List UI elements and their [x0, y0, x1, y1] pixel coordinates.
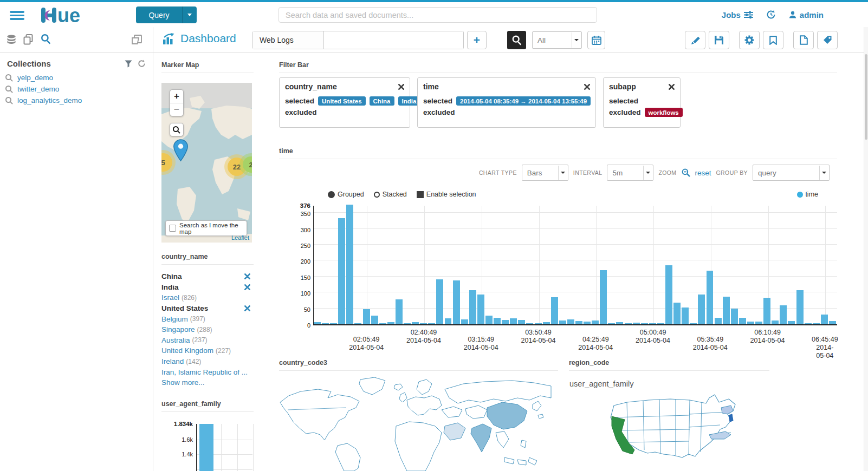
- enable-selection-checkbox[interactable]: Enable selection: [417, 191, 476, 198]
- country-code3-world-map[interactable]: [279, 376, 553, 471]
- save-dashboard-button[interactable]: [709, 31, 729, 49]
- facet-value-link[interactable]: United Kingdom: [161, 346, 213, 355]
- time-chart-plot[interactable]: [313, 206, 837, 325]
- filter-chip[interactable]: 2014-05-04 08:35:49 → 2014-05-04 13:55:4…: [456, 96, 591, 106]
- documents-icon[interactable]: [23, 34, 34, 45]
- leaflet-attribution-link[interactable]: Leaflet: [231, 234, 249, 241]
- chart-bar[interactable]: [649, 323, 656, 324]
- chart-bar[interactable]: [641, 323, 648, 324]
- chart-bar[interactable]: [314, 322, 321, 324]
- chart-bar[interactable]: [796, 290, 804, 324]
- chart-bar[interactable]: [330, 323, 337, 324]
- stacked-radio[interactable]: Stacked: [374, 191, 407, 198]
- chart-bar[interactable]: [715, 318, 722, 324]
- chart-bar[interactable]: [788, 321, 795, 324]
- chart-bar[interactable]: [575, 321, 582, 324]
- close-icon[interactable]: [584, 84, 590, 90]
- new-document-button[interactable]: [793, 31, 814, 49]
- chart-bar[interactable]: [453, 280, 460, 324]
- remove-filter-icon[interactable]: [244, 273, 250, 279]
- chart-bar[interactable]: [436, 279, 443, 324]
- chart-bar[interactable]: [371, 316, 378, 324]
- facet-value-link[interactable]: Singapore: [161, 325, 195, 333]
- mini-chart-bar[interactable]: [199, 424, 213, 471]
- chart-bar[interactable]: [805, 323, 812, 324]
- chart-bar[interactable]: [461, 319, 468, 324]
- global-search-input[interactable]: [278, 7, 597, 23]
- map-marker-pin[interactable]: [173, 139, 188, 162]
- open-folder-icon[interactable]: [131, 34, 143, 45]
- remove-filter-icon[interactable]: [244, 284, 250, 290]
- group-by-select[interactable]: query: [753, 165, 830, 181]
- chart-type-select[interactable]: Bars: [522, 165, 568, 181]
- hamburger-menu-icon[interactable]: [10, 11, 24, 20]
- chart-bar[interactable]: [698, 295, 705, 324]
- facet-value-link[interactable]: Israel: [161, 293, 179, 302]
- chart-bar[interactable]: [772, 320, 779, 324]
- settings-button[interactable]: [739, 31, 760, 49]
- zoom-out-magnifier-icon[interactable]: [682, 168, 690, 177]
- facet-value-link[interactable]: Show more...: [161, 378, 205, 387]
- map-zoom-out-button[interactable]: −: [170, 103, 183, 116]
- chart-bar[interactable]: [322, 323, 329, 324]
- marker-map[interactable]: + − 5222 Search as I move the map Leafle…: [161, 83, 252, 243]
- chart-bar[interactable]: [346, 205, 353, 324]
- chart-bar[interactable]: [428, 323, 435, 324]
- collection-item[interactable]: log_analytics_demo: [0, 95, 153, 106]
- jobs-link[interactable]: Jobs: [722, 10, 753, 19]
- facet-value-link[interactable]: Belgium: [161, 315, 188, 323]
- chart-bar[interactable]: [731, 309, 738, 324]
- chart-bar[interactable]: [535, 323, 542, 324]
- map-box-zoom-button[interactable]: [170, 123, 184, 136]
- chart-bar[interactable]: [379, 323, 386, 324]
- chart-bar[interactable]: [723, 297, 730, 324]
- chart-bar[interactable]: [363, 309, 370, 324]
- chart-bar[interactable]: [502, 320, 509, 324]
- chart-bar[interactable]: [633, 323, 640, 324]
- filter-chip[interactable]: workflows: [645, 108, 683, 117]
- chart-bar[interactable]: [600, 270, 607, 324]
- chart-bar[interactable]: [559, 320, 566, 324]
- query-dropdown-caret[interactable]: [182, 6, 197, 23]
- chart-bar[interactable]: [665, 265, 672, 324]
- chart-bar[interactable]: [608, 323, 615, 324]
- facet-value-link[interactable]: Iran, Islamic Republic of ...: [161, 368, 248, 376]
- interval-select[interactable]: 5m: [607, 165, 653, 181]
- chart-bar[interactable]: [763, 298, 770, 324]
- chart-bar[interactable]: [747, 322, 754, 324]
- query-button-label[interactable]: Query: [136, 6, 182, 23]
- collection-item[interactable]: twitter_demo: [0, 83, 153, 95]
- collection-item[interactable]: yelp_demo: [0, 72, 153, 83]
- chart-bar[interactable]: [510, 318, 517, 324]
- region-code-us-map[interactable]: [603, 389, 771, 470]
- chart-bar[interactable]: [469, 290, 476, 324]
- chart-bar[interactable]: [338, 218, 345, 324]
- filter-chip[interactable]: China: [370, 96, 394, 106]
- chart-bar[interactable]: [445, 318, 452, 324]
- scrollbar-thumb[interactable]: [865, 54, 867, 140]
- map-country-china[interactable]: [487, 402, 527, 429]
- search-assist-icon[interactable]: [41, 34, 52, 45]
- map-state-new-jersey[interactable]: [729, 414, 733, 422]
- map-country-saudi-arabia[interactable]: [444, 423, 465, 440]
- chart-bar[interactable]: [813, 323, 820, 324]
- chart-bar[interactable]: [592, 320, 599, 324]
- chart-bar[interactable]: [707, 271, 714, 324]
- calendar-button[interactable]: [587, 31, 605, 49]
- collection-source-selector[interactable]: Web Logs: [253, 31, 324, 49]
- map-country-india[interactable]: [471, 424, 491, 452]
- chart-bar[interactable]: [739, 318, 746, 324]
- tags-button[interactable]: [817, 31, 838, 49]
- chart-bar[interactable]: [396, 299, 403, 324]
- chart-bar[interactable]: [625, 323, 632, 324]
- chart-bar[interactable]: [616, 322, 623, 324]
- chart-bar[interactable]: [543, 322, 550, 324]
- query-split-button[interactable]: Query: [136, 6, 197, 23]
- dashboard-query-input[interactable]: [324, 31, 463, 49]
- chart-bar[interactable]: [584, 322, 591, 324]
- close-icon[interactable]: [669, 84, 675, 90]
- chart-bar[interactable]: [657, 323, 664, 324]
- grouped-radio[interactable]: Grouped: [328, 191, 364, 198]
- chart-bar[interactable]: [420, 323, 427, 324]
- chart-bar[interactable]: [412, 322, 419, 324]
